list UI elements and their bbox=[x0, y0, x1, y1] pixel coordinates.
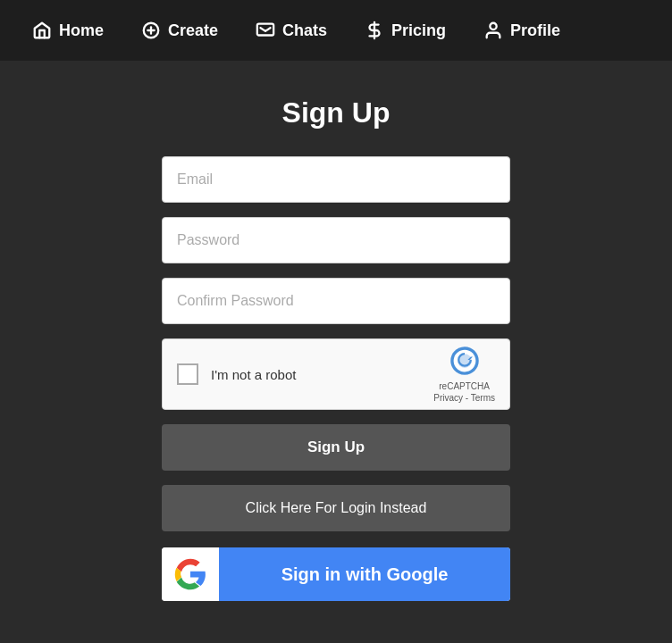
navbar: Home Create Chats Pricing bbox=[0, 0, 672, 61]
svg-point-5 bbox=[490, 23, 496, 29]
page-title: Sign Up bbox=[282, 96, 391, 129]
nav-create-label: Create bbox=[168, 21, 218, 40]
nav-chats-label: Chats bbox=[282, 21, 327, 40]
nav-pricing-label: Pricing bbox=[391, 21, 446, 40]
confirm-password-field[interactable] bbox=[162, 278, 510, 324]
recaptcha-widget: I'm not a robot reCAPTCHA Privacy - Term… bbox=[162, 338, 510, 410]
main-content: Sign Up I'm not a robot bbox=[0, 61, 672, 637]
svg-rect-3 bbox=[257, 24, 273, 36]
recaptcha-checkbox[interactable] bbox=[177, 363, 198, 385]
home-icon bbox=[32, 21, 52, 40]
recaptcha-right: reCAPTCHA Privacy - Terms bbox=[433, 345, 495, 404]
login-instead-button[interactable]: Click Here For Login Instead bbox=[162, 485, 510, 531]
password-field[interactable] bbox=[162, 217, 510, 263]
recaptcha-left: I'm not a robot bbox=[177, 363, 296, 385]
recaptcha-brand-text: reCAPTCHA Privacy - Terms bbox=[433, 380, 495, 404]
nav-profile[interactable]: Profile bbox=[469, 13, 575, 47]
chats-icon bbox=[256, 21, 275, 40]
nav-pricing[interactable]: Pricing bbox=[350, 13, 460, 47]
nav-home-label: Home bbox=[59, 21, 104, 40]
email-field[interactable] bbox=[162, 156, 510, 203]
nav-home[interactable]: Home bbox=[18, 13, 118, 47]
google-signin-button[interactable]: Sign in with Google bbox=[162, 547, 510, 601]
recaptcha-logo-icon bbox=[449, 345, 481, 377]
recaptcha-label: I'm not a robot bbox=[211, 367, 296, 382]
nav-profile-label: Profile bbox=[510, 21, 560, 40]
nav-chats[interactable]: Chats bbox=[241, 13, 341, 47]
profile-icon bbox=[483, 21, 503, 40]
pricing-icon bbox=[365, 21, 384, 40]
signup-button[interactable]: Sign Up bbox=[162, 424, 510, 471]
google-signin-label: Sign in with Google bbox=[219, 547, 510, 601]
signup-form: I'm not a robot reCAPTCHA Privacy - Term… bbox=[162, 156, 510, 601]
create-icon bbox=[141, 21, 161, 40]
nav-create[interactable]: Create bbox=[127, 13, 232, 47]
google-icon bbox=[162, 547, 219, 601]
